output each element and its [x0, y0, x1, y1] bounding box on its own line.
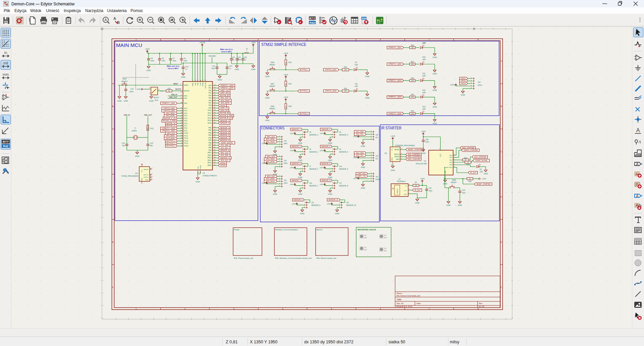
svg-text:J6: J6 [309, 148, 311, 150]
svg-text:SENSOR_5: SENSOR_5 [220, 132, 229, 134]
svg-text:GND: GND [328, 159, 332, 161]
svg-text:1M: 1M [147, 128, 149, 130]
svg-text:PB1: PB1 [208, 129, 211, 131]
svg-text:LED: LED [422, 42, 426, 44]
svg-text:R7: R7 [415, 182, 417, 183]
svg-text:MOTOR_A_PWN: MOTOR_A_PWN [163, 120, 176, 122]
svg-text:+3V3: +3V3 [290, 150, 294, 152]
svg-text:GPIO1: GPIO1 [461, 77, 466, 79]
svg-text:10: 10 [181, 112, 182, 113]
svg-text:H3: H3 [364, 247, 366, 248]
svg-text:E: E [112, 241, 114, 243]
svg-text:+3V3: +3V3 [482, 178, 486, 180]
svg-text:SENSOR_2: SENSOR_2 [220, 122, 229, 124]
svg-text:100n: 100n [429, 190, 432, 192]
svg-text:A: A [104, 18, 107, 22]
svg-text:STM32L476RGT6: STM32L476RGT6 [203, 175, 217, 177]
svg-text:MOTOR_A2: MOTOR_A2 [166, 122, 176, 124]
svg-text:+: + [637, 55, 638, 58]
svg-text:GND: GND [298, 193, 303, 195]
svg-text:Make sure 1u is: Make sure 1u is [167, 65, 179, 67]
svg-text:SWDIO_STARTER: SWDIO_STARTER [464, 149, 478, 151]
svg-text:10k: 10k [411, 80, 414, 81]
svg-text:R38: R38 [411, 77, 414, 79]
svg-text:SPI1_MISO: SPI1_MISO [266, 138, 275, 140]
svg-text:+3V3: +3V3 [145, 48, 150, 50]
svg-text:GND: GND [433, 56, 437, 58]
svg-text:VDD: VDD [195, 82, 196, 85]
svg-text:37: 37 [181, 122, 182, 123]
svg-text:LED: LED [422, 92, 426, 94]
svg-text:16: 16 [214, 89, 216, 91]
svg-text:12MHz: 12MHz [131, 130, 137, 132]
svg-text:I2C2_SCL: I2C2_SCL [356, 154, 364, 156]
svg-text:39: 39 [181, 127, 182, 128]
svg-text:1u: 1u [185, 68, 187, 70]
svg-text:PB13: PB13 [208, 160, 212, 161]
svg-text:STRETGY_LED3: STRETGY_LED3 [162, 130, 175, 132]
svg-text:GND: GND [443, 183, 447, 185]
svg-text:H1: H1 [364, 235, 366, 236]
svg-text:+3V3: +3V3 [290, 167, 294, 169]
svg-text:J13: J13 [284, 140, 286, 142]
svg-text:28: 28 [214, 131, 216, 133]
svg-text:SENSOR_10: SENSOR_10 [328, 199, 338, 201]
svg-text:STM32_PROGRAMIN: STM32_PROGRAMIN [121, 175, 138, 177]
svg-text:C57: C57 [429, 187, 432, 189]
svg-text:24: 24 [181, 117, 182, 118]
svg-text:Date:: Date: [417, 302, 421, 304]
svg-text:SPI1_MOSI: SPI1_MOSI [266, 141, 275, 143]
svg-text:SWCLK: SWCLK [143, 174, 149, 176]
svg-text:1: 1 [136, 308, 137, 310]
svg-text:SENSOR_6: SENSOR_6 [321, 146, 330, 148]
svg-text:R33: R33 [288, 105, 291, 107]
svg-text:GND: GND [365, 75, 370, 77]
svg-text:PB10: PB10 [208, 152, 212, 154]
svg-text:STATUS_LED1: STATUS_LED1 [325, 69, 336, 71]
svg-text:C22: C22 [122, 142, 125, 144]
svg-text:A: A [636, 194, 639, 198]
svg-text:SWD_STARTER: SWD_STARTER [408, 156, 420, 158]
svg-text:GND: GND [117, 100, 122, 102]
svg-text:SENSOR_5: SENSOR_5 [339, 151, 348, 153]
svg-text:Y1: Y1 [134, 127, 136, 129]
svg-text:27: 27 [214, 129, 216, 130]
svg-text:32: 32 [197, 80, 199, 81]
svg-text:GPIO: GPIO [478, 84, 482, 86]
svg-text:25: 25 [181, 119, 182, 121]
svg-text:R34: R34 [344, 66, 347, 68]
svg-text:25: 25 [205, 80, 206, 81]
svg-text:100n: 100n [211, 67, 215, 69]
svg-text:U2: U2 [203, 172, 205, 174]
svg-text:GND: GND [147, 69, 151, 71]
svg-text:C16: C16 [229, 65, 232, 67]
svg-text:LED: LED [355, 85, 358, 87]
svg-text:36: 36 [214, 164, 216, 166]
svg-text:R28: R28 [469, 181, 472, 182]
svg-text:SWCLK: SWCLK [394, 154, 399, 155]
svg-text:SENSOR_8: SENSOR_8 [339, 185, 348, 187]
svg-text:10k: 10k [411, 96, 414, 98]
svg-text:52: 52 [214, 149, 216, 151]
svg-text:SCK_STARTER: SCK_STARTER [408, 153, 420, 155]
svg-text:+3V3: +3V3 [353, 136, 357, 137]
svg-text:L: L [247, 50, 248, 52]
svg-text:1k: 1k [467, 162, 469, 163]
svg-text:38: 38 [181, 124, 182, 126]
svg-text:PA4: PA4 [209, 95, 212, 97]
svg-text:GND: GND [461, 94, 465, 96]
svg-text:GND: GND [141, 178, 143, 181]
svg-text:GND: GND [446, 204, 451, 206]
svg-text:VDD: VDD [200, 82, 201, 85]
svg-text:1k: 1k [465, 159, 467, 161]
svg-text:Title:: Title: [396, 298, 402, 301]
svg-text:1u: 1u [244, 59, 246, 61]
svg-text:LED: LED [422, 108, 426, 110]
svg-text:C9: C9 [151, 57, 153, 59]
svg-text:PC1: PC1 [184, 110, 187, 112]
svg-text:SPI3_MOSI: SPI3_MOSI [166, 137, 175, 139]
svg-text:SENSOR_3: SENSOR_3 [309, 168, 318, 170]
svg-text:GND: GND [433, 106, 437, 108]
svg-text:GND: GND [218, 79, 222, 81]
svg-text:PC12: PC12 [184, 137, 188, 139]
